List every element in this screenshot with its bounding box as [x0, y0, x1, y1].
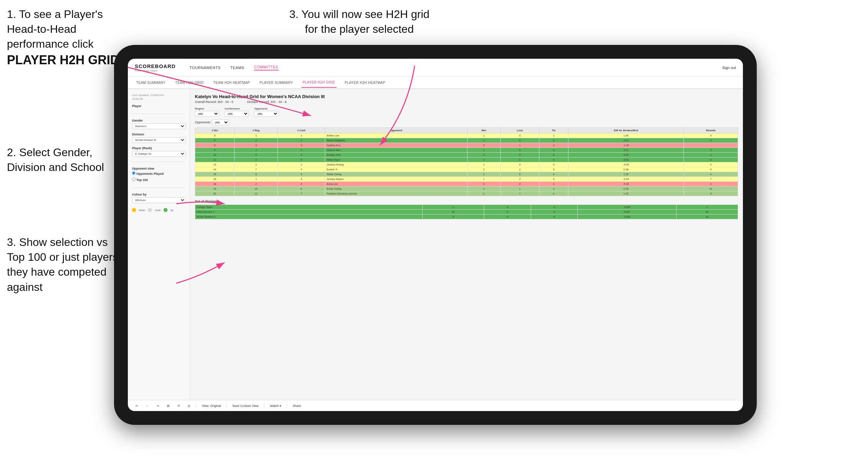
- grid-button[interactable]: ⊞: [165, 403, 172, 408]
- subnav-team-h2h-grid[interactable]: TEAM H2H GRID: [174, 78, 205, 87]
- division-record: Division Record: 331 - 34 - 6: [247, 100, 286, 104]
- target-button[interactable]: ◎: [186, 403, 192, 408]
- undo-button[interactable]: ↩: [133, 403, 140, 408]
- sidebar-division: Division NCAA Division III NCAA Division…: [132, 133, 186, 143]
- region-filter: Region (All): [195, 107, 219, 117]
- back-button[interactable]: ←: [144, 403, 151, 408]
- sign-out-link[interactable]: Sign out: [722, 66, 736, 70]
- sidebar: Last Updated: 27/03/2024 16:55:38 Player…: [128, 89, 190, 400]
- bottom-toolbar: ↩ ← ↪ ⊞ ↺ ◎ View: Original Save Custom V…: [128, 400, 743, 411]
- step1-text: 1. To see a Player's Head-to-Head perfor…: [7, 8, 103, 50]
- player-label: Player: [132, 104, 186, 108]
- sidebar-opponent-view: Opponent view Opponents Played Top 100: [132, 167, 186, 183]
- step2-text: 2. Select Gender, Division and School: [7, 146, 104, 173]
- radio-top100[interactable]: Top 100: [132, 178, 186, 182]
- top100-label: Top 100: [136, 178, 148, 182]
- subnav-team-summary[interactable]: TEAM SUMMARY: [135, 78, 167, 87]
- conference-label: Conference: [225, 107, 249, 110]
- separator1: [196, 403, 196, 409]
- opponent-filter: Opponent (All): [254, 107, 279, 117]
- opponent-select[interactable]: (All): [254, 111, 279, 117]
- step1-bold: PLAYER H2H GRID: [7, 53, 119, 67]
- table-row: 20 11 7 Federica Domecq Lacroze 2 1 0 1.…: [195, 191, 738, 196]
- instruction-step1: 1. To see a Player's Head-to-Head perfor…: [7, 7, 124, 68]
- step3-top-text: 3. You will now see H2H grid for the pla…: [289, 8, 430, 35]
- refresh-button[interactable]: ↺: [175, 403, 182, 408]
- subnav-player-h2h-grid[interactable]: PLAYER H2H GRID: [301, 78, 337, 88]
- legend-up-label: Up: [170, 209, 173, 211]
- table-row: 16 1 3 Jessica Mason 1 2 0 -0.94 7: [195, 177, 738, 182]
- logo-sub-text: Powered by clippd: [135, 69, 176, 72]
- subnav: TEAM SUMMARY TEAM H2H GRID TEAM H2H HEAT…: [128, 77, 743, 89]
- nav-committee[interactable]: COMMITTEE: [254, 65, 279, 70]
- legend-up-dot: [163, 208, 168, 212]
- h2h-area: Katelyn Vo Head-to-Head Grid for Women's…: [190, 89, 743, 400]
- table-row: 13 1 1 Jessica Huang 1 0 0 -3.00 2: [195, 162, 738, 167]
- opponent-view-label: Opponent view: [132, 167, 186, 170]
- separator3: [264, 403, 264, 409]
- gender-select[interactable]: Women's Men's: [132, 123, 186, 129]
- player-rank-select[interactable]: 8. Katelyn Vo: [132, 151, 186, 157]
- separator4: [287, 403, 287, 409]
- subnav-player-h2h-heatmap[interactable]: PLAYER H2H HEATMAP: [343, 78, 387, 87]
- share-button[interactable]: Share: [291, 403, 303, 408]
- table-row: 10 6 3 Andrea York 2 0 0 4.00 4: [195, 153, 738, 158]
- region-select[interactable]: (All): [195, 111, 219, 117]
- radio-opponents-played[interactable]: Opponents Played: [132, 171, 186, 175]
- col-reg: # Reg: [235, 128, 278, 133]
- colour-select[interactable]: Win/loss: [132, 197, 186, 203]
- division-select[interactable]: NCAA Division III NCAA Division I NCAA D…: [132, 137, 186, 143]
- subnav-team-h2h-heatmap[interactable]: TEAM H2H HEATMAP: [212, 78, 251, 87]
- step3-bot-text: 3. Show selection vs Top 100 or just pla…: [7, 236, 118, 293]
- opponents-row-label: Opponents:: [195, 121, 211, 124]
- view-original-button[interactable]: View: Original: [200, 403, 223, 408]
- filter-row: Region (All) Conference (All) Opponent: [195, 107, 738, 117]
- instruction-step2: 2. Select Gender, Division and School: [7, 145, 121, 175]
- division-label: Division: [132, 133, 186, 136]
- main-content: Last Updated: 27/03/2024 16:55:38 Player…: [128, 89, 743, 400]
- color-legend: Down Level Up: [132, 208, 186, 212]
- tablet-device: SCOREBOARD Powered by clippd TOURNAMENTS…: [114, 45, 757, 425]
- watch-button[interactable]: Watch ▾: [268, 403, 283, 408]
- logo: SCOREBOARD Powered by clippd: [135, 63, 176, 72]
- col-diff: Diff Av Strokes/Rnd: [568, 128, 684, 133]
- subnav-player-summary[interactable]: PLAYER SUMMARY: [258, 78, 294, 87]
- out-table-row: NAIA Division 1 15 0 0 9.267 30: [195, 210, 738, 215]
- table-row: 9 1 4 Sharon Mun 1 0 0 3.67 3: [195, 148, 738, 153]
- opponents-played-label: Opponents Played: [136, 172, 164, 175]
- legend-down-label: Down: [139, 209, 145, 211]
- legend-level-dot: [148, 208, 152, 212]
- col-win: Win: [467, 128, 500, 133]
- opponents-filter-select[interactable]: (All): [212, 120, 229, 125]
- table-row: 11 2 5 Heejo Hyun 1 0 0 3.33 3: [195, 158, 738, 162]
- separator2: [226, 403, 227, 409]
- sidebar-player-rank: Player (Rank) 8. Katelyn Vo: [132, 146, 186, 157]
- nav-tournaments[interactable]: TOURNAMENTS: [189, 66, 220, 70]
- sidebar-colour: Colour by Win/loss: [132, 193, 186, 203]
- radio-opponents-played-input[interactable]: [132, 171, 135, 175]
- table-row: 18 2 2 Euna Lee 0 0 0 -5.00 2: [195, 182, 738, 187]
- table-row: 5 2 2 Alexis Sudjianto 1 0 0 4.00 3: [195, 138, 738, 143]
- save-custom-view-button[interactable]: Save Custom View: [230, 403, 261, 408]
- col-conf: # Conf: [278, 128, 325, 133]
- nav-teams[interactable]: TEAMS: [230, 66, 244, 70]
- legend-level-label: Level: [155, 209, 161, 211]
- col-tie: Tie: [539, 128, 568, 133]
- table-row: 14 7 4 Eunice Yi 2 2 0 0.38 9: [195, 167, 738, 172]
- legend-down-dot: [132, 208, 136, 212]
- timestamp-time: 16:55:38: [132, 97, 186, 101]
- col-loss: Loss: [500, 128, 539, 133]
- colour-by-label: Colour by: [132, 193, 186, 196]
- sidebar-timestamp: Last Updated: 27/03/2024 16:55:38: [132, 93, 186, 101]
- player-rank-label: Player (Rank): [132, 146, 186, 150]
- instruction-step3-top: 3. You will now see H2H grid for the pla…: [283, 7, 435, 37]
- col-rounds: Rounds: [684, 128, 738, 133]
- opponents-label: Opponents: (All): [195, 120, 738, 125]
- h2h-table: # Div # Reg # Conf Opponent Win Loss Tie…: [195, 127, 738, 196]
- conference-select[interactable]: (All): [225, 111, 249, 117]
- radio-top100-input[interactable]: [132, 178, 135, 181]
- col-opponent: Opponent: [325, 128, 467, 133]
- out-table-row: NCAA Division 2 5 0 0 7.400 10: [195, 215, 738, 219]
- out-of-division-header: Out of division: [195, 200, 738, 203]
- redo-button[interactable]: ↪: [154, 403, 161, 408]
